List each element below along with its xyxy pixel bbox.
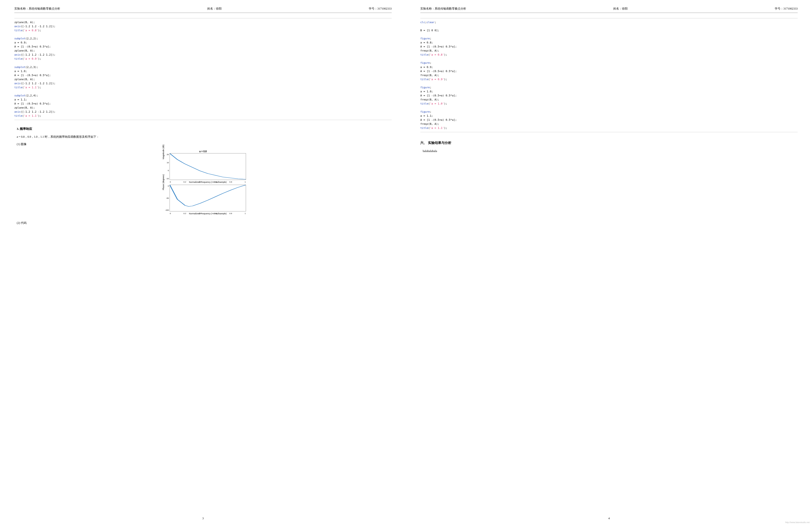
phase-line (170, 185, 246, 211)
freq-intro-text: a = 0.8，0.9，1.0，1.1 时，系统的频率响应函数图形及程序如下： (17, 135, 392, 139)
magnitude-plot: Magnitude (dB) 20100-10 00.20.40.60.81 (170, 153, 246, 180)
header-id: 学号：3171002333 (369, 7, 392, 11)
placeholder-text: balabalabala (423, 149, 798, 153)
header-experiment: 实验名称：系统传输函数零极点分析 (14, 7, 60, 11)
page-header-right: 实验名称：系统传输函数零极点分析 姓名：徐阳 学号：3171002333 (420, 7, 798, 11)
magnitude-xticks: 00.20.40.60.81 (170, 181, 246, 183)
page-number-left: 3 (14, 514, 392, 520)
header-rule (14, 13, 392, 13)
item-1-image: (1) 图像 (17, 142, 392, 146)
ytick: -100 (163, 209, 169, 211)
xtick: 0.2 (184, 181, 186, 183)
ytick: 0 (163, 185, 169, 187)
page-left: 实验名称：系统传输函数零极点分析 姓名：徐阳 学号：3171002333 zpl… (0, 0, 406, 525)
item-2-code: (2) 代码 (17, 221, 392, 225)
section-6-heading: 六、 实验结果与分析 (420, 141, 798, 145)
xtick: 1 (245, 212, 246, 214)
header-experiment: 实验名称：系统传输函数零极点分析 (420, 7, 466, 11)
xtick: 0.8 (229, 181, 232, 183)
xtick: 0.6 (214, 212, 217, 214)
code-block-left: zplane(B, A); axis([-1.2 1.2 -1.2 1.2]);… (14, 18, 392, 120)
xtick: 0.2 (184, 212, 186, 214)
page-right: 实验名称：系统传输函数零极点分析 姓名：徐阳 学号：3171002333 clc… (406, 0, 812, 525)
magnitude-line (170, 153, 246, 180)
xtick: 0.4 (199, 181, 201, 183)
chart-box: a = 0.8 Magnitude (dB) 20100-10 00.20.40… (160, 150, 246, 216)
ytick: 0 (163, 169, 169, 171)
code-block-right: clc;clear; B = [1 0 0]; figure; a = 0.8;… (420, 18, 798, 132)
ytick: -50 (163, 197, 169, 199)
xtick: 0 (170, 181, 171, 183)
xtick: 1 (245, 181, 246, 183)
page-header-left: 实验名称：系统传输函数零极点分析 姓名：徐阳 学号：3171002333 (14, 7, 392, 11)
phase-xticks: 00.20.40.60.81 (170, 212, 246, 214)
page-spread: 实验名称：系统传输函数零极点分析 姓名：徐阳 学号：3171002333 zpl… (0, 0, 812, 525)
header-id: 学号：3171002333 (775, 7, 798, 11)
phase-yticks: 0-50-100 (163, 185, 169, 211)
ytick: 10 (163, 162, 169, 164)
header-name: 姓名：徐阳 (613, 7, 628, 11)
xtick: 0.6 (214, 181, 217, 183)
ytick: 20 (163, 153, 169, 155)
header-name: 姓名：徐阳 (207, 7, 222, 11)
watermark-url: http://www.latexstudio.net (785, 521, 810, 524)
xtick: 0.4 (199, 212, 201, 214)
phase-plot: Phase (degrees) 0-50-100 00.20.40.60.81 (170, 185, 246, 211)
chart-container: a = 0.8 Magnitude (dB) 20100-10 00.20.40… (14, 150, 392, 216)
chart-title: a = 0.8 (160, 150, 246, 153)
xtick: 0 (170, 212, 171, 214)
xtick: 0.8 (229, 212, 232, 214)
header-rule (420, 13, 798, 13)
section-3-heading: 3. 频率响应 (17, 127, 392, 131)
page-number-right: 4 (420, 514, 798, 520)
